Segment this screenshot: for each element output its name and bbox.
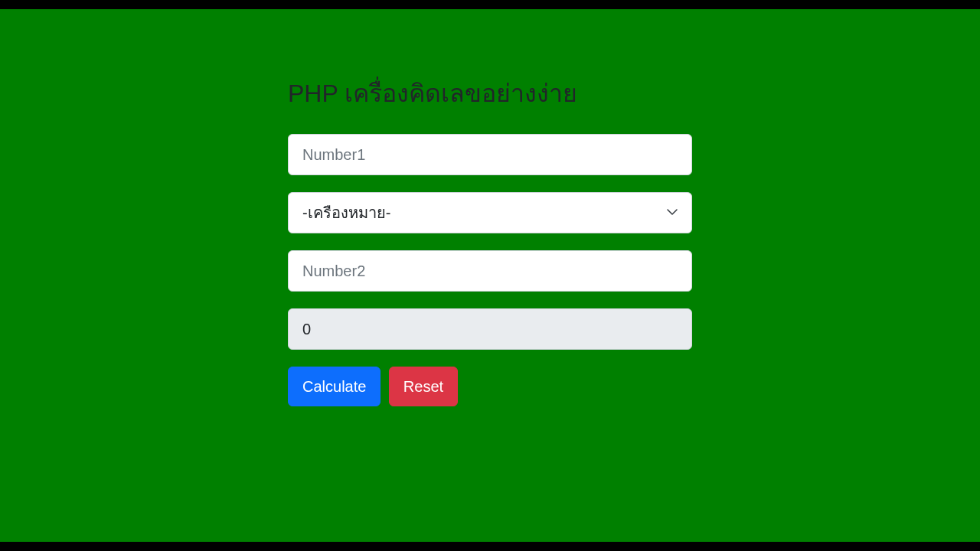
page-background: PHP เครื่องคิดเลขอย่างง่าย -เครื่องหมาย-… xyxy=(0,9,980,542)
number1-input[interactable] xyxy=(288,134,692,175)
reset-button[interactable]: Reset xyxy=(389,367,458,406)
result-output xyxy=(288,308,692,350)
operator-select[interactable]: -เครื่องหมาย- xyxy=(288,192,692,233)
calculate-button[interactable]: Calculate xyxy=(288,367,381,406)
number2-input[interactable] xyxy=(288,250,692,292)
page-title: PHP เครื่องคิดเลขอย่างง่าย xyxy=(288,73,692,112)
operator-select-wrap: -เครื่องหมาย- xyxy=(288,192,692,250)
form-container: PHP เครื่องคิดเลขอย่างง่าย -เครื่องหมาย-… xyxy=(288,73,692,542)
